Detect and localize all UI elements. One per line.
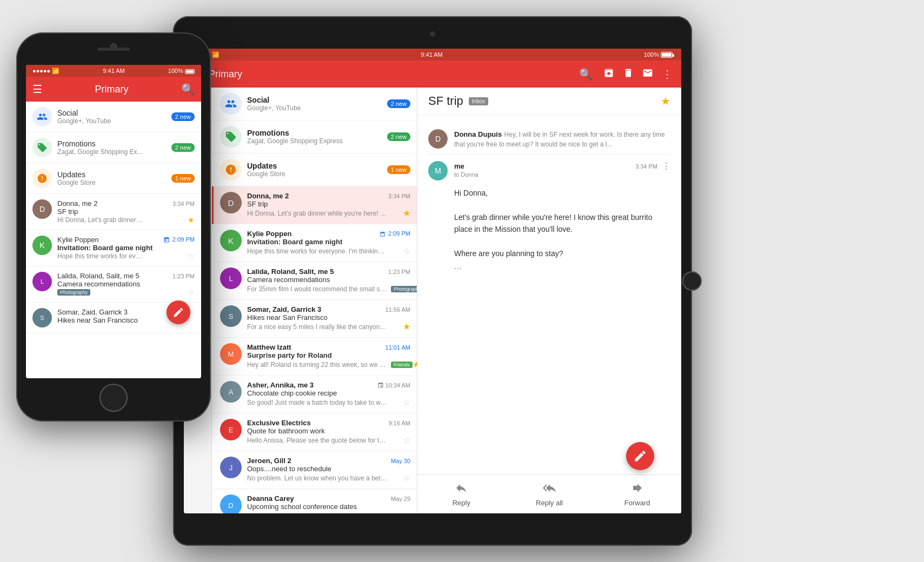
- tablet-email-icon[interactable]: [642, 68, 653, 81]
- phone-title: Primary: [42, 84, 181, 95]
- t-somar-time: 11:56 AM: [385, 306, 410, 313]
- t-exclusive-time: 9:16 AM: [389, 420, 410, 426]
- tablet-archive-icon[interactable]: [603, 68, 614, 81]
- t-updates-badge: 1 new: [387, 165, 410, 174]
- lalida-avatar: L: [32, 272, 52, 291]
- promotions-sub: Zagat, Google Shopping Ex...: [57, 148, 171, 156]
- social-name: Social: [57, 109, 171, 117]
- t-lalida-from: Lalida, Roland, Salit, me 5: [247, 267, 334, 276]
- phone-search-icon[interactable]: 🔍: [181, 83, 195, 96]
- tablet-home-button[interactable]: [682, 271, 702, 291]
- t-asher-header: Asher, Annika, me 3 10:34 AM: [247, 381, 410, 389]
- t-kylie-preview: Hope this time works for everyone. I'm t…: [247, 247, 388, 255]
- donna-meta: Hi Donna, Let's grab dinner whil... ★: [57, 216, 195, 224]
- phone-social-category[interactable]: Social Google+, YouTube 2 new: [26, 102, 201, 132]
- updates-info: Updates Google Store: [57, 170, 171, 186]
- t-lalida-time: 1:23 PM: [388, 269, 410, 275]
- t-email-asher[interactable]: A Asher, Annika, me 3 10:34 AM Chocolate…: [212, 376, 417, 413]
- t-email-matthew[interactable]: M Matthew Izatt 11:01 AM Surprise party …: [212, 338, 417, 376]
- t-exclusive-from: Exclusive Electrics: [247, 419, 311, 427]
- t-promotions-category[interactable]: Promotions Zagat, Google Shopping Expres…: [212, 121, 417, 153]
- lalida-tag: Photography: [57, 289, 90, 296]
- reply-all-button[interactable]: Reply all: [506, 475, 594, 513]
- t-promotions-info: Promotions Zagat, Google Shopping Expres…: [247, 129, 387, 145]
- t-jeroen-time: May 30: [391, 458, 410, 464]
- t-somar-from: Somar, Zaid, Garrick 3: [247, 305, 321, 313]
- t-matthew-content: Matthew Izatt 11:01 AM Surprise party fo…: [247, 343, 410, 370]
- t-social-name: Social: [247, 96, 387, 104]
- donna-msg-avatar: D: [428, 129, 448, 149]
- updates-name: Updates: [57, 170, 171, 179]
- reply-button[interactable]: Reply: [417, 475, 506, 513]
- t-deanna-content: Deanna Carey May 29 Upcoming school conf…: [247, 494, 410, 513]
- tablet-action-bar: Reply Reply all Forward: [417, 474, 681, 513]
- tablet-delete-icon[interactable]: [623, 68, 634, 81]
- t-matthew-avatar: M: [220, 343, 242, 365]
- phone-device: ●●●●● 📶 9:41 AM 100% ☰ Primary 🔍 Soci: [16, 32, 211, 422]
- tablet-more-icon[interactable]: ⋮: [662, 68, 673, 81]
- phone-home-button[interactable]: [99, 384, 128, 412]
- detail-star[interactable]: ★: [661, 95, 670, 108]
- t-asher-star[interactable]: ☆: [403, 397, 410, 407]
- t-email-kylie[interactable]: K Kylie Poppen 2:09 PM Invitation: Board…: [212, 224, 417, 262]
- t-asher-time: 10:34 AM: [377, 382, 410, 389]
- t-social-icon: [220, 93, 242, 115]
- t-exclusive-header: Exclusive Electrics 9:16 AM: [247, 419, 410, 427]
- lalida-content: Lalida, Roland, Salit, me 5 1:23 PM Came…: [57, 272, 195, 297]
- t-matthew-from: Matthew Izatt: [247, 343, 291, 351]
- promotions-info: Promotions Zagat, Google Shopping Ex...: [57, 139, 171, 156]
- t-social-info: Social Google+, YouTube: [247, 96, 387, 112]
- t-email-lalida[interactable]: L Lalida, Roland, Salit, me 5 1:23 PM Ca…: [212, 262, 417, 300]
- tablet-body: Social Google+, YouTube 2 new Promotions…: [184, 88, 681, 513]
- t-somar-star[interactable]: ★: [403, 322, 410, 332]
- t-email-donna[interactable]: D Donna, me 2 3:34 PM SF trip Hi Donna, …: [212, 186, 417, 224]
- t-matthew-star[interactable]: ★: [413, 359, 417, 370]
- t-updates-category[interactable]: Updates Google Store 1 new: [212, 153, 417, 186]
- t-lalida-tag: Photography: [391, 286, 417, 292]
- tablet-camera: [430, 31, 435, 37]
- lalida-star[interactable]: ☆: [188, 288, 195, 297]
- updates-sub: Google Store: [57, 179, 171, 186]
- t-jeroen-header: Jeroen, Gill 2 May 30: [247, 457, 410, 465]
- donna-star[interactable]: ★: [188, 216, 195, 224]
- t-deanna-star[interactable]: ☆: [403, 511, 410, 513]
- kylie-meta: Hope this time works for everyo... ☆: [57, 252, 195, 260]
- phone-promotions-category[interactable]: Promotions Zagat, Google Shopping Ex... …: [26, 132, 201, 163]
- t-deanna-header: Deanna Carey May 29: [247, 494, 410, 503]
- forward-icon: [631, 481, 644, 498]
- phone-time: 9:41 AM: [103, 68, 124, 74]
- tablet-fab[interactable]: [626, 442, 654, 470]
- kylie-star[interactable]: ☆: [188, 252, 195, 260]
- t-exclusive-star[interactable]: ☆: [403, 435, 410, 445]
- t-email-deanna[interactable]: D Deanna Carey May 29 Upcoming school co…: [212, 489, 417, 513]
- t-donna-subject: SF trip: [247, 200, 410, 208]
- promotions-badge: 2 new: [171, 143, 195, 152]
- t-email-jeroen[interactable]: J Jeroen, Gill 2 May 30 Oops....need to …: [212, 451, 417, 489]
- updates-badge: 1 new: [171, 174, 195, 183]
- t-email-exclusive[interactable]: E Exclusive Electrics 9:16 AM Quote for …: [212, 413, 417, 451]
- forward-button[interactable]: Forward: [593, 475, 681, 513]
- t-jeroen-star[interactable]: ☆: [403, 473, 410, 483]
- phone-email-kylie[interactable]: K Kylie Poppen 2:09 PM Invitation: Board…: [26, 230, 201, 266]
- phone-email-donna[interactable]: D Donna, me 2 3:34 PM SF trip Hi Donna, …: [26, 194, 201, 230]
- t-updates-icon: [220, 159, 242, 180]
- t-social-category[interactable]: Social Google+, YouTube 2 new: [212, 88, 417, 121]
- t-deanna-preview: Hello, I am forwarding some information …: [247, 512, 388, 514]
- me-avatar: M: [428, 161, 448, 180]
- t-email-somar[interactable]: S Somar, Zaid, Garrick 3 11:56 AM Hikes …: [212, 300, 417, 338]
- me-more-icon[interactable]: ⋮: [662, 161, 670, 171]
- t-donna-star[interactable]: ★: [403, 208, 410, 218]
- phone-speaker: [97, 48, 130, 51]
- reply-all-label: Reply all: [536, 499, 563, 507]
- phone-fab[interactable]: [167, 300, 190, 324]
- message-donna-summary[interactable]: D Donna Dupuis Hey, I will be in SF next…: [428, 124, 670, 155]
- tablet-search-icon[interactable]: 🔍: [579, 68, 593, 81]
- t-donna-from: Donna, me 2: [247, 192, 289, 200]
- t-lalida-header: Lalida, Roland, Salit, me 5 1:23 PM: [247, 267, 410, 276]
- t-kylie-star[interactable]: ☆: [403, 246, 410, 256]
- phone-header: ☰ Primary 🔍: [26, 77, 201, 102]
- phone-updates-category[interactable]: Updates Google Store 1 new: [26, 163, 201, 194]
- phone-menu-icon[interactable]: ☰: [32, 83, 42, 96]
- phone-email-lalida[interactable]: L Lalida, Roland, Salit, me 5 1:23 PM Ca…: [26, 266, 201, 303]
- t-somar-avatar: S: [220, 305, 242, 327]
